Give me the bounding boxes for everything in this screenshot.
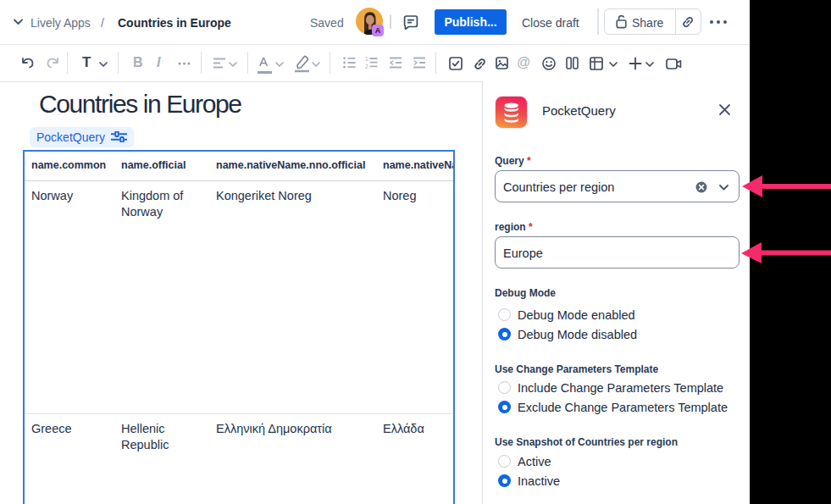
svg-text:2: 2 bbox=[365, 64, 368, 69]
svg-text:1: 1 bbox=[365, 57, 368, 62]
